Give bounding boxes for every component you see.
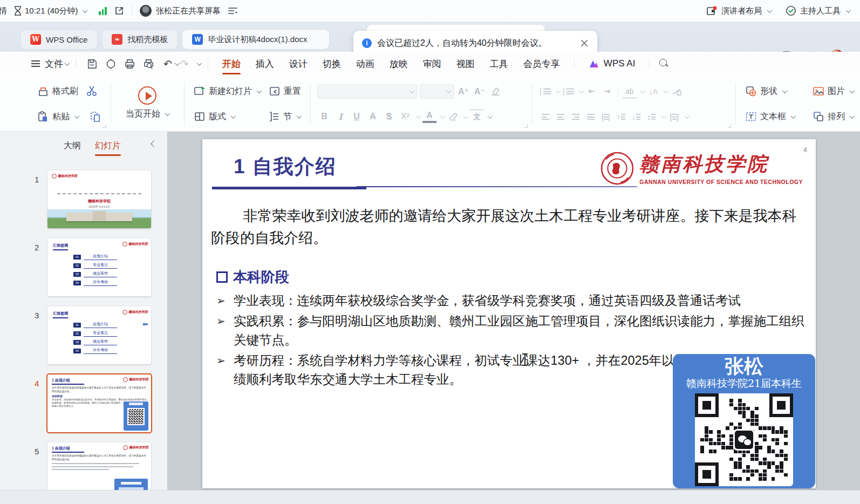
menu-tab-tools[interactable]: 工具 bbox=[482, 52, 516, 76]
slide-thumbnail-4[interactable]: 4 1 自我介绍 赣南科技学院 非常荣幸收到刘波老师的邀请给大家开展这次土木工程… bbox=[47, 374, 151, 432]
dialog-launcher-icon[interactable] bbox=[103, 124, 106, 128]
slide-thumbnail-1[interactable]: 1 赣南科技学院 赣南科技学院 2025年 6月13日 bbox=[47, 171, 151, 228]
font-group: A⁺ A⁻ B I U A S X² A 文 bbox=[314, 80, 529, 128]
shapes-button[interactable]: 形状 bbox=[742, 84, 789, 99]
sidebar-tab-slides[interactable]: 幻灯片 bbox=[95, 140, 121, 152]
add-space-above-icon[interactable]: ↑ bbox=[615, 110, 627, 124]
align-center-icon[interactable] bbox=[554, 110, 567, 124]
font-size-select[interactable] bbox=[420, 84, 454, 99]
new-slide-button[interactable]: 新建幻灯片 bbox=[191, 84, 264, 99]
align-right-icon[interactable] bbox=[569, 110, 582, 124]
new-slide-icon bbox=[194, 85, 206, 97]
menu-tab-membership[interactable]: 会员专享 bbox=[516, 52, 568, 76]
menu-tab-transition[interactable]: 切换 bbox=[315, 52, 349, 76]
share-screen-icon[interactable] bbox=[114, 6, 124, 16]
bold-icon[interactable]: B bbox=[317, 110, 331, 124]
sharing-options-icon[interactable] bbox=[228, 7, 237, 15]
justify-icon[interactable] bbox=[584, 110, 597, 124]
decrease-indent-icon[interactable]: ⇤ bbox=[585, 84, 598, 98]
menu-tab-animation[interactable]: 动画 bbox=[349, 52, 382, 76]
export-icon[interactable] bbox=[105, 58, 117, 70]
decrease-font-icon[interactable]: A⁻ bbox=[473, 84, 487, 98]
search-icon[interactable] bbox=[659, 59, 669, 69]
hamburger-icon[interactable] bbox=[31, 60, 40, 67]
start-from-page-button[interactable]: 当页开始 bbox=[123, 107, 172, 121]
increase-font-icon[interactable]: A⁺ bbox=[456, 84, 470, 98]
cut-button[interactable] bbox=[83, 84, 100, 99]
paragraph-settings-icon[interactable]: [] bbox=[668, 110, 681, 124]
chevron-down-icon bbox=[174, 60, 180, 66]
host-tools-button[interactable]: 主持人工具 bbox=[786, 5, 850, 16]
menu-tab-home[interactable]: 开始 bbox=[215, 52, 248, 76]
network-signal-icon[interactable] bbox=[99, 6, 107, 15]
wps-ai-button[interactable]: WPS AI bbox=[581, 52, 643, 76]
textbox-button[interactable]: 文本框 bbox=[742, 109, 798, 124]
qr-card[interactable]: 张松 赣南科技学院21届本科生 bbox=[673, 354, 815, 488]
undo-icon[interactable]: ↶ bbox=[163, 58, 172, 70]
slide-intro-paragraph[interactable]: 非常荣幸收到刘波老师的邀请给大家开展这次土木工程专业考研讲座。接下来是我本科阶段… bbox=[211, 205, 809, 249]
file-menu[interactable]: 文件 bbox=[45, 58, 63, 70]
highlight-icon[interactable] bbox=[447, 110, 460, 124]
editing-canvas[interactable]: 4 1 自我介绍 赣南科技学院 GANNAN UNIVERSITY OF SCI… bbox=[167, 132, 860, 490]
print-icon[interactable] bbox=[124, 58, 135, 70]
dialog-launcher-icon[interactable] bbox=[524, 124, 528, 128]
dialog-launcher-icon[interactable] bbox=[727, 124, 731, 128]
slide-canvas[interactable]: 4 1 自我介绍 赣南科技学院 GANNAN UNIVERSITY OF SCI… bbox=[202, 139, 816, 488]
slide-thumbnail-2[interactable]: 2 汇报提纲 赣南科技学院 01自我介绍 02专业看法 03就业形势 04升学考… bbox=[47, 239, 151, 296]
chevron-down-icon bbox=[231, 113, 236, 119]
pinyin-guide-icon[interactable]: 文 bbox=[470, 110, 484, 124]
italic-icon[interactable]: I bbox=[333, 110, 347, 124]
layout-label: 版式 bbox=[209, 111, 226, 122]
tab-wps-office[interactable]: W WPS Office bbox=[21, 30, 97, 49]
divider bbox=[310, 83, 311, 125]
picture-label: 图片 bbox=[828, 86, 845, 97]
numbered-list-icon[interactable] bbox=[562, 84, 575, 98]
increase-indent-icon[interactable]: ⇥ bbox=[600, 84, 613, 98]
section-button[interactable]: 节 bbox=[265, 109, 304, 124]
wps-ai-label: WPS AI bbox=[604, 58, 636, 69]
bullet-list-icon[interactable] bbox=[539, 84, 552, 98]
save-icon[interactable] bbox=[86, 58, 98, 70]
superscript-icon[interactable]: X² bbox=[398, 110, 412, 124]
sidebar-tab-outline[interactable]: 大纲 bbox=[64, 140, 81, 152]
menu-tab-review[interactable]: 审阅 bbox=[415, 52, 449, 76]
play-icon[interactable] bbox=[138, 86, 156, 105]
text-direction-icon[interactable]: ↓A bbox=[647, 84, 660, 98]
align-left-icon[interactable] bbox=[539, 110, 552, 124]
text-shadow-icon[interactable]: S bbox=[382, 110, 396, 124]
menu-tab-slideshow[interactable]: 放映 bbox=[382, 52, 415, 76]
line-spacing-icon[interactable]: ↕ bbox=[645, 110, 658, 124]
slide-title[interactable]: 1 自我介绍 bbox=[234, 153, 337, 180]
add-space-below-icon[interactable]: ↓ bbox=[630, 110, 643, 124]
menu-tab-design[interactable]: 设计 bbox=[282, 52, 315, 76]
distribute-icon[interactable]: || bbox=[599, 110, 612, 124]
presenter-layout-button[interactable]: 演讲者布局 bbox=[707, 6, 772, 16]
underline-icon[interactable]: U bbox=[350, 110, 364, 124]
copy-button[interactable] bbox=[87, 109, 104, 124]
meeting-timer[interactable]: 10:21 (40分钟) bbox=[14, 6, 87, 16]
reset-button[interactable]: 重置 bbox=[266, 84, 304, 99]
format-painter-label: 格式刷 bbox=[52, 86, 78, 97]
picture-button[interactable]: 图片 bbox=[810, 84, 857, 99]
strikethrough-icon[interactable]: A bbox=[366, 110, 380, 124]
paste-button[interactable]: 粘贴 bbox=[35, 109, 81, 124]
arrange-button[interactable]: 排列 bbox=[810, 109, 857, 124]
close-icon[interactable] bbox=[580, 39, 589, 47]
tab-document[interactable]: W 毕业设计初稿4docx(1).docx bbox=[182, 30, 329, 49]
font-name-select[interactable] bbox=[317, 84, 418, 99]
tab-docer-templates[interactable]: ❧ 找稻壳模板 bbox=[102, 30, 178, 49]
layout-button[interactable]: 版式 bbox=[191, 109, 238, 124]
redo-icon[interactable]: ↷ bbox=[180, 58, 189, 70]
menu-tab-view[interactable]: 视图 bbox=[449, 52, 482, 76]
format-painter-button[interactable]: 格式刷 bbox=[35, 84, 81, 99]
print-preview-icon[interactable] bbox=[143, 58, 154, 70]
clear-format-icon[interactable] bbox=[489, 84, 502, 98]
char-spacing-icon[interactable]: ab bbox=[623, 84, 637, 98]
slide-number: 1 bbox=[35, 175, 39, 184]
slide-page-number: 4 bbox=[803, 146, 807, 154]
slide-thumbnail-3[interactable]: 3 汇报提纲 赣南科技学院 01自我介绍 02专业看法 03就业形势 04升学考… bbox=[47, 307, 151, 364]
menu-tab-insert[interactable]: 插入 bbox=[248, 52, 282, 76]
section-heading[interactable]: 本科阶段 bbox=[216, 268, 289, 287]
font-color-icon[interactable]: A bbox=[422, 110, 436, 123]
convert-smartart-icon[interactable] bbox=[670, 84, 683, 98]
